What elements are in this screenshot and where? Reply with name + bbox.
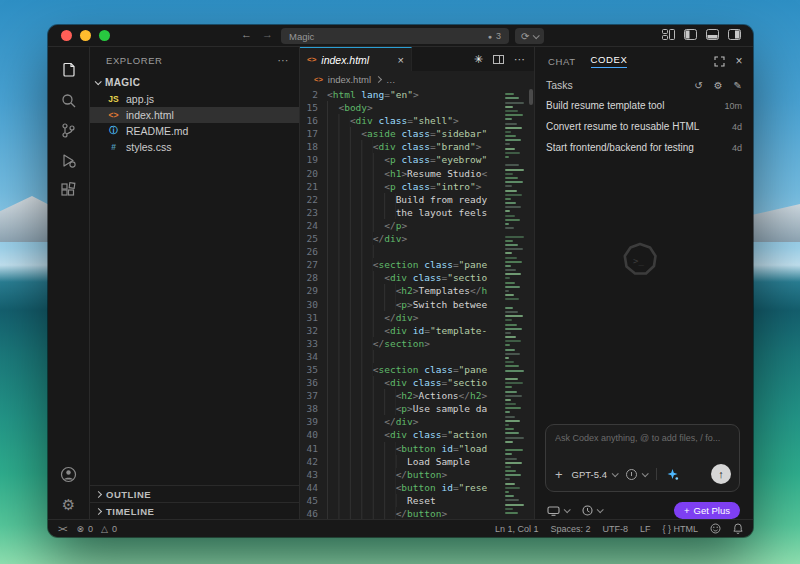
html-file-icon: <> (307, 55, 316, 64)
minimap-row (505, 248, 523, 250)
search-icon[interactable] (48, 85, 89, 115)
line-number: 18 (300, 140, 327, 153)
toggle-primary-sidebar-icon[interactable] (684, 29, 697, 40)
tab-chat[interactable]: CHAT (548, 56, 576, 67)
back-icon[interactable]: ← (241, 28, 252, 40)
code-token: "pane (459, 363, 488, 376)
command-center-search[interactable]: Magic ● 3 (281, 28, 509, 44)
extensions-icon[interactable] (48, 175, 89, 205)
minimize-window-button[interactable] (80, 30, 91, 41)
status-item-2[interactable]: UTF-8 (602, 524, 628, 534)
explorer-icon[interactable] (48, 55, 89, 85)
code-token: "intro" (436, 180, 476, 193)
minimap-row (505, 210, 510, 212)
add-context-button[interactable]: + (555, 468, 563, 481)
forward-icon[interactable]: → (262, 28, 273, 40)
close-panel-icon[interactable]: × (735, 54, 743, 68)
feedback-smiley-icon[interactable] (710, 523, 721, 534)
status-item-3[interactable]: LF (640, 524, 651, 534)
line-number: 34 (300, 350, 327, 363)
file-row-index.html[interactable]: <>index.html (90, 107, 299, 123)
model-selector[interactable]: GPT-5.4 (572, 469, 617, 480)
code-token: h1 (390, 167, 401, 180)
close-tab-icon[interactable]: × (398, 54, 404, 66)
minimap-row (505, 190, 517, 192)
line-number: 21 (300, 180, 327, 193)
accounts-icon[interactable] (48, 459, 89, 489)
source-control-icon[interactable] (48, 115, 89, 145)
code-token: > (441, 468, 447, 481)
expand-panel-icon[interactable] (714, 56, 725, 67)
notifications-bell-icon[interactable] (733, 523, 743, 534)
file-row-README.md[interactable]: ⓘREADME.md (90, 123, 299, 139)
indent-guides (327, 402, 396, 415)
status-item-1[interactable]: Spaces: 2 (550, 524, 590, 534)
code-token: > (482, 389, 488, 402)
code-token: "load (459, 442, 488, 455)
run-debug-icon[interactable] (48, 145, 89, 175)
task-row[interactable]: Start frontend/backend for testing4d (535, 137, 753, 158)
minimap-row (505, 382, 523, 384)
task-row[interactable]: Convert resume to reusable HTML4d (535, 116, 753, 137)
code-editor[interactable]: 2<html lang="en">15<body>16<div class="s… (300, 87, 534, 519)
minimap-row (505, 332, 511, 334)
code-line: 40<div class="action (300, 428, 503, 441)
minimap[interactable] (505, 89, 527, 517)
minimap-scrollbar[interactable] (529, 89, 533, 105)
clock-icon (582, 505, 593, 516)
status-item-0[interactable]: Ln 1, Col 1 (495, 524, 539, 534)
environment-selector[interactable] (547, 506, 569, 516)
code-line: 46</button> (300, 507, 503, 519)
task-history-icon[interactable]: ↺ (694, 80, 702, 91)
file-row-styles.css[interactable]: #styles.css (90, 139, 299, 155)
breadcrumb[interactable]: <> index.html … (300, 71, 534, 87)
minimap-row (505, 223, 509, 225)
explorer-more-actions-icon[interactable]: ⋯ (277, 54, 289, 67)
minimap-row (505, 378, 518, 380)
customize-layout-icon[interactable] (662, 29, 675, 40)
codex-input-box[interactable]: Ask Codex anything, @ to add files, / fo… (545, 424, 740, 492)
task-row[interactable]: Build resume template tool10m (535, 95, 753, 116)
reasoning-selector[interactable] (626, 469, 647, 480)
editor-more-actions-icon[interactable]: ⋯ (514, 53, 525, 66)
task-label: Start frontend/backend for testing (546, 142, 694, 153)
send-button[interactable]: ↑ (711, 464, 731, 484)
code-token: class (401, 180, 430, 193)
zoom-window-button[interactable] (99, 30, 110, 41)
schedule-selector[interactable] (582, 505, 602, 516)
status-item-4[interactable]: { } HTML (662, 524, 698, 534)
minimap-row (505, 185, 512, 187)
task-settings-icon[interactable]: ⚙ (714, 80, 723, 91)
settings-gear-icon[interactable]: ⚙ (48, 489, 89, 519)
minimap-row (505, 206, 521, 208)
get-plus-button[interactable]: + Get Plus (674, 502, 740, 519)
sparkle-icon[interactable] (666, 468, 679, 481)
code-token: Actions (419, 389, 459, 402)
minimap-row (505, 97, 519, 99)
indent-guides (327, 284, 396, 297)
tab-codex[interactable]: CODEX (591, 54, 628, 68)
activity-bar: ⚙ (48, 47, 90, 519)
file-row-app.js[interactable]: JSapp.js (90, 91, 299, 107)
svg-text:>_: >_ (633, 256, 644, 266)
section-outline[interactable]: OUTLINE (90, 485, 299, 502)
toggle-secondary-sidebar-icon[interactable] (728, 29, 741, 40)
code-token: "sectio (447, 271, 487, 284)
tab-index-html[interactable]: <> index.html × (300, 47, 412, 71)
problems-status[interactable]: ⊗ 0 △ 0 (77, 524, 118, 534)
section-timeline[interactable]: TIMELINE (90, 502, 299, 519)
indent-guides (327, 101, 338, 114)
codex-logo-icon[interactable]: ✳ (474, 53, 483, 66)
split-editor-icon[interactable] (493, 55, 504, 64)
code-token: class (401, 153, 430, 166)
new-task-icon[interactable]: ✎ (734, 80, 742, 91)
toggle-panel-icon[interactable] (706, 29, 719, 40)
remote-indicator[interactable]: >< (58, 524, 67, 534)
sync-button[interactable]: ⟳ (515, 28, 544, 44)
close-window-button[interactable] (61, 30, 72, 41)
code-token: > (453, 114, 459, 127)
project-folder-row[interactable]: MAGIC (90, 73, 299, 91)
code-token: h2 (401, 389, 412, 402)
file-label: app.js (126, 93, 154, 105)
line-number: 31 (300, 311, 327, 324)
